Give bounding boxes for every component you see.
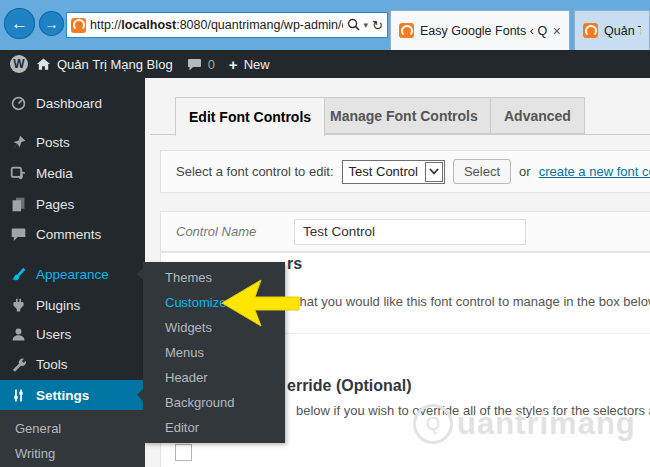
settings-submenu: General Writing	[0, 410, 145, 467]
sidebar-item-settings[interactable]: Settings	[0, 380, 145, 410]
tab-manage-font-controls[interactable]: Manage Font Controls	[316, 97, 492, 134]
settings-sliders-icon	[10, 387, 27, 404]
submenu-item-label: General	[15, 421, 61, 436]
close-tab-icon[interactable]: ×	[553, 23, 561, 39]
select-control-label: Select a font control to edit:	[176, 164, 334, 179]
home-icon	[36, 57, 51, 71]
xampp-favicon	[583, 23, 598, 38]
wrench-icon	[10, 356, 27, 373]
media-icon	[10, 165, 27, 182]
back-arrow-icon: ←	[11, 14, 28, 34]
browser-forward-button[interactable]: →	[39, 11, 64, 36]
or-text: or	[519, 164, 531, 179]
chevron-down-icon	[425, 162, 443, 182]
force-styles-checkbox[interactable]	[175, 444, 192, 461]
quantrimang-logo-icon: Q	[413, 404, 453, 444]
plus-icon: +	[229, 56, 238, 73]
admin-sidebar: Dashboard Posts Media Pages Comments App…	[0, 78, 145, 467]
sidebar-item-label: Tools	[36, 357, 68, 372]
select-button[interactable]: Select	[453, 159, 511, 184]
sidebar-item-label: Plugins	[36, 298, 80, 313]
font-control-select[interactable]: Test Control	[342, 160, 445, 184]
refresh-icon[interactable]: ↻	[372, 19, 383, 32]
sidebar-item-label: Comments	[36, 227, 101, 242]
sidebar-item-posts[interactable]: Posts	[0, 127, 145, 157]
flyout-item-menus[interactable]: Menus	[143, 340, 285, 365]
select-value: Test Control	[343, 164, 424, 179]
url-protocol: http://	[90, 18, 121, 32]
url-text[interactable]: http://localhost:8080/quantrimang/wp-adm…	[90, 18, 343, 32]
control-name-input[interactable]: Test Control	[294, 219, 526, 245]
comment-bubble-icon	[187, 58, 202, 71]
flyout-item-editor[interactable]: Editor	[143, 415, 285, 440]
watermark: Q uantrimang	[413, 404, 636, 444]
yellow-callout-arrow-icon	[213, 276, 301, 332]
tab-label: Edit Font Controls	[189, 109, 311, 125]
url-path: :8080/quantrimang/wp-admin/option	[176, 18, 342, 32]
dashboard-icon	[10, 95, 27, 112]
sidebar-item-label: Appearance	[36, 267, 109, 282]
flyout-item-label: Header	[165, 370, 208, 385]
sidebar-item-label: Media	[36, 166, 73, 181]
admin-bar-comments[interactable]: 0	[187, 57, 215, 72]
new-label: New	[244, 57, 270, 72]
search-icon[interactable]	[347, 18, 360, 33]
xampp-favicon	[399, 23, 414, 38]
tab-label: Manage Font Controls	[330, 108, 478, 124]
control-name-panel: Control Name Test Control	[160, 211, 650, 252]
pages-icon	[10, 196, 27, 213]
flyout-item-header[interactable]: Header	[143, 365, 285, 390]
tab-label: Advanced	[504, 108, 571, 124]
appearance-brush-icon	[10, 266, 27, 283]
flyout-item-background[interactable]: Background	[143, 390, 285, 415]
tab-advanced[interactable]: Advanced	[490, 97, 585, 134]
flyout-item-label: Editor	[165, 420, 199, 435]
browser-tab-active[interactable]: Easy Google Fonts ‹ Quản T... ×	[390, 10, 570, 50]
browser-back-button[interactable]: ←	[4, 8, 35, 39]
sidebar-item-label: Settings	[36, 388, 89, 403]
comment-count: 0	[208, 57, 215, 72]
flyout-item-label: Background	[165, 395, 234, 410]
user-icon	[10, 326, 27, 343]
watermark-text: uantrimang	[457, 406, 636, 442]
sidebar-item-dashboard[interactable]: Dashboard	[0, 88, 145, 118]
sidebar-item-plugins[interactable]: Plugins	[0, 290, 145, 320]
submenu-item-general[interactable]: General	[0, 416, 145, 441]
comment-icon	[10, 226, 27, 243]
url-host: localhost	[121, 18, 176, 32]
browser-tab-inactive[interactable]: Quản Trị Mạ	[574, 10, 650, 50]
tab-title: Easy Google Fonts ‹ Quản T...	[420, 24, 547, 38]
sidebar-item-label: Posts	[36, 135, 70, 150]
forward-arrow-icon: →	[45, 16, 59, 32]
flyout-item-label: Menus	[165, 345, 204, 360]
submenu-item-label: Writing	[15, 446, 55, 461]
flyout-item-label: Themes	[165, 270, 212, 285]
submenu-item-writing[interactable]: Writing	[0, 441, 145, 466]
flyout-item-label: Widgets	[165, 320, 212, 335]
admin-bar-new[interactable]: + New	[229, 56, 270, 73]
sidebar-item-label: Pages	[36, 197, 74, 212]
address-dropdown-icon[interactable]: ▾	[364, 21, 369, 30]
override-heading-fragment: erride (Optional)	[287, 377, 411, 395]
tab-edit-font-controls[interactable]: Edit Font Controls	[175, 97, 325, 136]
sidebar-item-comments[interactable]: Comments	[0, 219, 145, 249]
sidebar-item-appearance[interactable]: Appearance	[0, 259, 145, 289]
xampp-favicon	[71, 18, 86, 33]
sidebar-item-pages[interactable]: Pages	[0, 189, 145, 219]
selectors-text-fragment: that you would like this font control to…	[296, 294, 650, 309]
sidebar-item-media[interactable]: Media	[0, 158, 145, 188]
sidebar-item-label: Users	[36, 327, 71, 342]
selectors-heading-fragment: rs	[287, 255, 302, 273]
plugin-icon	[10, 297, 27, 314]
admin-bar-site-link[interactable]: Quản Trị Mạng Blog	[36, 57, 173, 72]
browser-chrome: ← → http://localhost:8080/quantrimang/wp…	[0, 0, 650, 50]
create-new-font-control-link[interactable]: create a new font control	[539, 164, 650, 179]
sidebar-item-tools[interactable]: Tools	[0, 349, 145, 379]
sidebar-item-users[interactable]: Users	[0, 319, 145, 349]
wordpress-logo-icon[interactable]: W	[10, 55, 28, 73]
font-control-select-panel: Select a font control to edit: Test Cont…	[160, 150, 650, 193]
sidebar-item-label: Dashboard	[36, 96, 102, 111]
site-name: Quản Trị Mạng Blog	[57, 57, 173, 72]
control-name-label: Control Name	[176, 224, 286, 239]
address-bar[interactable]: http://localhost:8080/quantrimang/wp-adm…	[66, 12, 388, 38]
